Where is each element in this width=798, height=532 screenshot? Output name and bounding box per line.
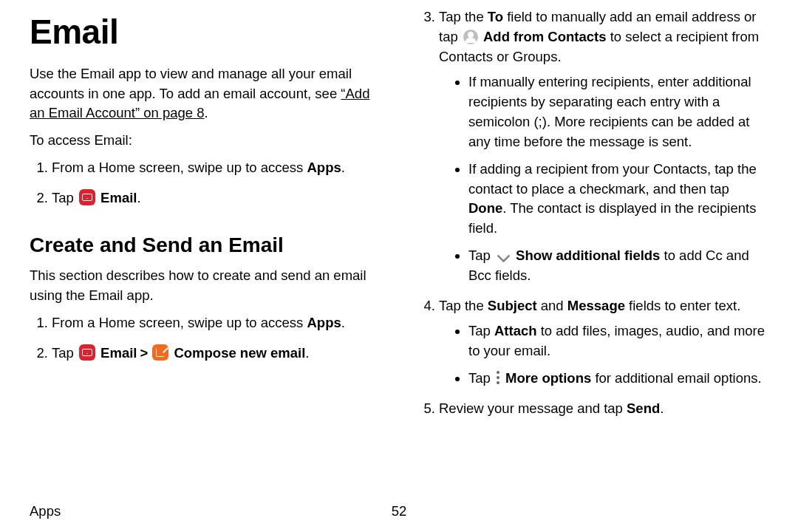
- bullet-text: If adding a recipient from your Contacts…: [468, 161, 757, 197]
- access-steps-list: From a Home screen, swipe up to access A…: [30, 158, 381, 208]
- step-text: From a Home screen, swipe up to access: [52, 160, 307, 175]
- create-step-3: Tap the To field to manually add an emai…: [439, 7, 768, 286]
- done-bold: Done: [468, 200, 502, 216]
- step3-bullet-contacts: If adding a recipient from your Contacts…: [468, 160, 768, 239]
- access-step-2: Tap Email.: [52, 188, 381, 208]
- email-app-icon: [79, 189, 95, 205]
- left-column: Email Use the Email app to view and mana…: [30, 7, 381, 532]
- create-step-2: Tap Email> Compose new email.: [52, 344, 381, 364]
- chevron-right-icon: >: [140, 344, 148, 364]
- intro-period: .: [205, 105, 208, 120]
- step3-bullets: If manually entering recipients, enter a…: [439, 72, 768, 285]
- bullet-text: Tap: [468, 248, 494, 263]
- more-options-bold: More options: [505, 370, 591, 386]
- email-app-icon: [79, 344, 95, 361]
- create-step-4: Tap the Subject and Message fields to en…: [439, 296, 768, 389]
- step-text: fields to enter text.: [625, 298, 740, 313]
- step-text: and: [537, 298, 567, 313]
- step3-bullet-manual: If manually entering recipients, enter a…: [468, 72, 768, 151]
- right-column: Tap the To field to manually add an emai…: [417, 7, 768, 532]
- step4-bullet-moreoptions: Tap More options for additional email op…: [468, 369, 768, 389]
- section-intro: This section describes how to create and…: [30, 266, 381, 306]
- to-field-bold: To: [488, 9, 503, 24]
- step-text: Review your message and tap: [439, 400, 627, 416]
- step-period: .: [305, 345, 309, 361]
- contact-icon: [463, 30, 478, 44]
- message-bold: Message: [567, 298, 625, 313]
- step-text: Tap the: [439, 9, 488, 24]
- to-access-label: To access Email:: [30, 131, 381, 151]
- apps-bold: Apps: [307, 315, 341, 330]
- page-title: Email: [30, 7, 381, 57]
- step-text: Tap the: [439, 298, 488, 313]
- create-steps-list: From a Home screen, swipe up to access A…: [30, 313, 381, 364]
- step4-bullet-attach: Tap Attach to add files, images, audio, …: [468, 321, 768, 361]
- footer-section-label: Apps: [30, 503, 61, 519]
- compose-bold: Compose new email: [174, 345, 305, 361]
- more-options-icon: [496, 370, 500, 385]
- send-bold: Send: [627, 400, 660, 416]
- create-steps-list-cont: Tap the To field to manually add an emai…: [417, 7, 768, 419]
- email-bold: Email: [100, 345, 137, 361]
- step3-bullet-additional: Tap Show additional fields to add Cc and…: [468, 246, 768, 286]
- section-heading-create: Create and Send an Email: [30, 231, 381, 261]
- page-footer: Apps 52: [30, 502, 768, 522]
- bullet-text: Tap: [468, 323, 494, 338]
- show-additional-bold: Show additional fields: [516, 248, 660, 263]
- step-period: .: [341, 315, 345, 330]
- bullet-text: . The contact is displayed in the recipi…: [468, 200, 756, 236]
- attach-bold: Attach: [494, 323, 537, 338]
- chevron-down-icon: [496, 248, 511, 263]
- compose-icon: [152, 344, 168, 361]
- create-step-1: From a Home screen, swipe up to access A…: [52, 313, 381, 333]
- tap-text: Tap: [52, 190, 78, 205]
- bullet-text: for additional email options.: [591, 370, 761, 386]
- intro-paragraph: Use the Email app to view and manage all…: [30, 64, 381, 123]
- email-bold: Email: [100, 190, 137, 205]
- step4-bullets: Tap Attach to add files, images, audio, …: [439, 321, 768, 388]
- add-from-contacts-bold: Add from Contacts: [483, 29, 607, 44]
- apps-bold: Apps: [307, 160, 341, 175]
- bullet-text: Tap: [468, 370, 494, 386]
- subject-bold: Subject: [488, 298, 537, 313]
- step-period: .: [137, 190, 140, 205]
- page-number: 52: [392, 502, 407, 522]
- create-step-5: Review your message and tap Send.: [439, 399, 768, 419]
- intro-text: Use the Email app to view and manage all…: [30, 66, 352, 101]
- step-period: .: [341, 160, 345, 175]
- step-period: .: [660, 400, 664, 416]
- access-step-1: From a Home screen, swipe up to access A…: [52, 158, 381, 178]
- step-text: From a Home screen, swipe up to access: [52, 315, 307, 330]
- tap-text: Tap: [52, 345, 78, 361]
